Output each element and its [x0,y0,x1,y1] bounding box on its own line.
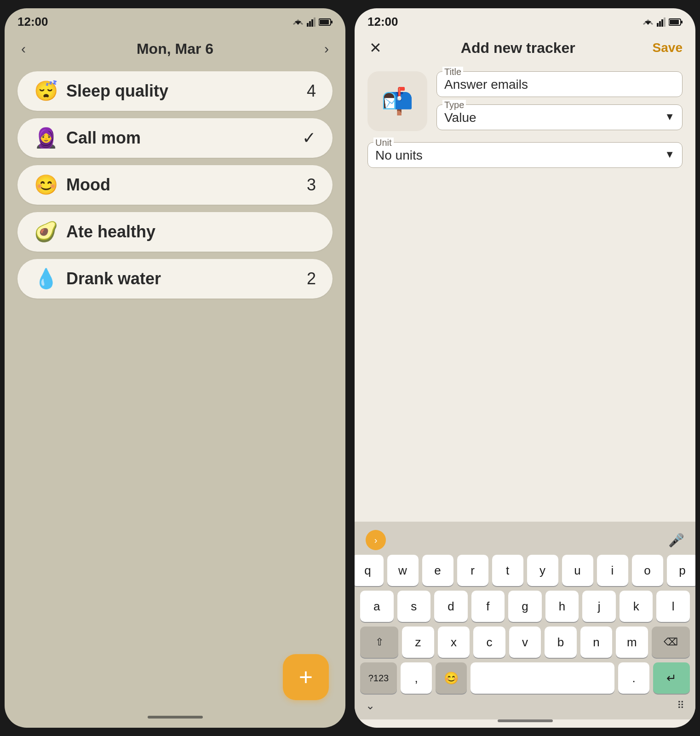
wifi-icon-right [642,17,654,27]
wifi-icon [292,17,304,27]
key-z[interactable]: z [402,627,434,658]
tracker-name-ate-healthy: Ate healthy [66,222,155,242]
keyboard-switcher-button[interactable]: ⠿ [677,700,684,712]
key-k[interactable]: k [620,591,653,622]
type-select-row: Value ▼ [444,109,675,125]
key-a[interactable]: a [360,591,394,622]
svg-rect-4 [311,19,313,27]
keyboard-row-2: a s d f g h j k l [360,591,690,622]
tracker-item-callmom[interactable]: 🧕 Call mom ✓ [17,118,333,158]
keyboard: › 🎤 q w e r t y u i o p [355,522,695,719]
add-tracker-button[interactable]: + [283,654,329,700]
tracker-emoji-callmom: 🧕 [34,128,58,148]
key-y[interactable]: y [527,555,558,586]
key-j[interactable]: j [582,591,616,622]
key-c[interactable]: c [473,627,505,658]
microphone-button[interactable]: 🎤 [668,533,684,548]
svg-rect-5 [314,17,316,27]
tracker-item-sleep[interactable]: 😴 Sleep quality 4 [17,71,333,111]
home-indicator-left [148,716,203,719]
key-r[interactable]: r [457,555,488,586]
tracker-name-sleep: Sleep quality [66,81,168,101]
space-key[interactable] [470,662,614,694]
key-i[interactable]: i [597,555,628,586]
next-date-button[interactable]: › [321,37,333,60]
key-v[interactable]: v [509,627,541,658]
type-field[interactable]: Type Value ▼ [436,104,683,130]
status-bar-left: 12:00 [5,8,345,33]
time-right: 12:00 [367,15,398,29]
key-f[interactable]: f [471,591,505,622]
tracker-emoji-drank-water: 💧 [34,269,58,288]
right-header: ✕ Add new tracker Save [367,33,683,71]
right-content: ✕ Add new tracker Save 📬 Title Type [355,33,695,728]
tracker-emoji-ate-healthy: 🥑 [34,222,58,242]
key-s[interactable]: s [397,591,431,622]
status-icons-left [292,17,333,27]
keyboard-bottom: ⌄ ⠿ [358,694,692,716]
right-phone: 12:00 ✕ Add new tracker [355,8,695,728]
signal-icon-right [657,17,666,27]
tracker-check-callmom: ✓ [302,128,316,148]
emoji-keyboard-button[interactable]: 😊 [436,662,467,694]
keyboard-toolbar: › 🎤 [358,527,692,555]
key-e[interactable]: e [422,555,453,586]
tracker-emoji-mood: 😊 [34,175,58,195]
left-phone: 12:00 ‹ Mon, Mar 6 › [5,8,345,728]
form-section: 📬 Title Type Value ▼ [367,71,683,131]
status-icons-right [642,17,683,27]
tracker-item-ate-healthy[interactable]: 🥑 Ate healthy [17,212,333,252]
keyboard-rows: q w e r t y u i o p a s d f g [358,555,692,694]
key-d[interactable]: d [434,591,468,622]
unit-value: No units [375,146,423,163]
type-value: Value [444,109,476,125]
tracker-name-callmom: Call mom [66,128,141,148]
key-t[interactable]: t [492,555,523,586]
key-b[interactable]: b [545,627,576,658]
prev-date-button[interactable]: ‹ [17,37,29,60]
page-title: Add new tracker [461,40,575,57]
svg-rect-17 [670,20,679,24]
key-h[interactable]: h [545,591,579,622]
save-button[interactable]: Save [653,40,683,55]
key-n[interactable]: n [580,627,612,658]
key-comma[interactable]: , [401,662,432,694]
key-u[interactable]: u [562,555,593,586]
right-main: ✕ Add new tracker Save 📬 Title Type [355,33,695,522]
svg-rect-2 [307,23,309,27]
shift-button[interactable]: ⇧ [360,627,398,658]
close-button[interactable]: ✕ [367,37,384,58]
keyboard-row-3: ⇧ z x c v b n m ⌫ [360,627,690,658]
tracker-value-sleep: 4 [307,81,316,101]
key-period[interactable]: . [618,662,649,694]
tracker-item-mood[interactable]: 😊 Mood 3 [17,165,333,205]
svg-rect-13 [661,19,663,27]
unit-field[interactable]: Unit No units ▼ [367,142,683,168]
left-content: ‹ Mon, Mar 6 › 😴 Sleep quality 4 🧕 Call … [5,33,345,716]
emoji-picker-button[interactable]: 📬 [367,71,427,131]
svg-rect-16 [681,21,683,23]
key-x[interactable]: x [438,627,470,658]
title-field[interactable]: Title [436,71,683,97]
tracker-value-mood: 3 [307,175,316,195]
collapse-keyboard-button[interactable]: ⌄ [366,699,375,712]
numbers-button[interactable]: ?123 [360,662,397,694]
key-o[interactable]: o [632,555,663,586]
key-p[interactable]: p [667,555,696,586]
key-m[interactable]: m [616,627,648,658]
keyboard-expand-button[interactable]: › [366,530,386,550]
title-input[interactable] [444,75,675,92]
svg-rect-12 [659,21,661,27]
delete-button[interactable]: ⌫ [652,627,690,658]
tracker-item-drank-water[interactable]: 💧 Drank water 2 [17,259,333,299]
status-bar-right: 12:00 [355,8,695,33]
svg-rect-7 [331,21,333,23]
key-w[interactable]: w [387,555,419,586]
key-l[interactable]: l [656,591,690,622]
key-g[interactable]: g [508,591,542,622]
battery-icon [319,18,333,26]
form-fields: Title Type Value ▼ [436,71,683,131]
key-q[interactable]: q [355,555,384,586]
enter-key[interactable]: ↵ [653,662,690,694]
tracker-list: 😴 Sleep quality 4 🧕 Call mom ✓ 😊 Mood 3 [17,71,333,299]
